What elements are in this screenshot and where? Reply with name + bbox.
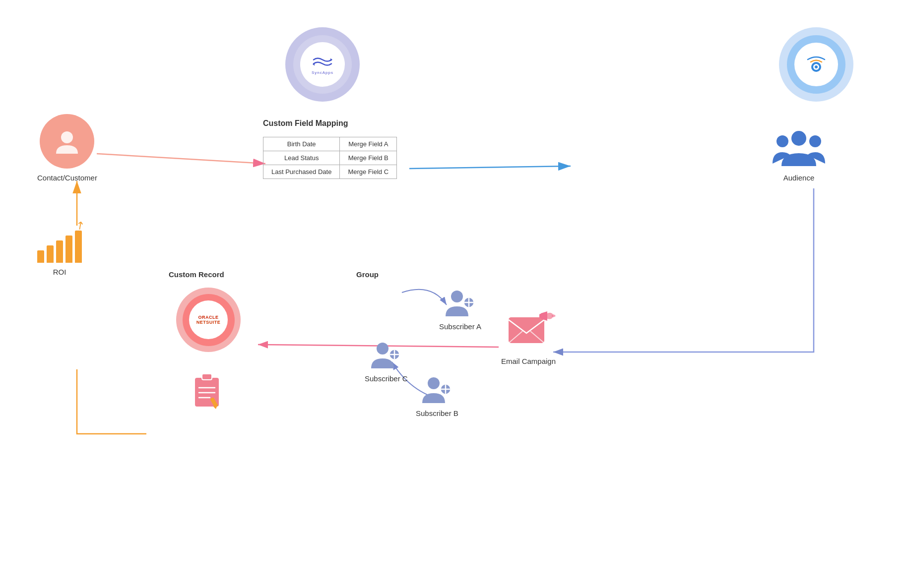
svg-point-22 — [776, 135, 788, 147]
table-row: Birth Date Merge Field A — [263, 137, 397, 151]
main-canvas: SyncApps — [0, 0, 905, 588]
oracle-text: ORACLE — [196, 315, 221, 320]
table-row: Last Purchased Date Merge Field C — [263, 165, 397, 179]
subscriber-a-label: Subscriber A — [439, 322, 481, 331]
roi-element: ↗ ROI — [37, 223, 82, 276]
table-cell-birth-date: Birth Date — [263, 137, 340, 151]
subscriber-c-icon — [369, 340, 403, 369]
table-row: Lead Status Merge Field B — [263, 151, 397, 165]
svg-point-25 — [451, 291, 463, 302]
contact-label: Contact/Customer — [37, 174, 97, 182]
subscriber-c: Subscriber C — [365, 340, 408, 383]
subscriber-b-icon — [420, 374, 454, 404]
group-label: Group — [356, 270, 379, 279]
roi-bar-3 — [56, 240, 63, 263]
table-cell-last-purchased: Last Purchased Date — [263, 165, 340, 179]
netsuite-text: NETSUITE — [196, 320, 221, 325]
custom-record: Custom Record — [169, 270, 224, 279]
subscriber-c-label: Subscriber C — [365, 374, 408, 383]
cfm-heading: Custom Field Mapping — [263, 119, 348, 128]
audience-element: Audience — [772, 126, 826, 182]
custom-field-mapping: Custom Field Mapping Birth Date Merge Fi… — [263, 119, 397, 179]
svg-marker-9 — [330, 58, 332, 61]
audience-icon — [772, 126, 826, 169]
email-campaign: Email Campaign — [501, 312, 556, 365]
syncapps-text: SyncApps — [312, 70, 333, 75]
svg-rect-40 — [539, 314, 542, 318]
subscriber-b: Subscriber B — [416, 374, 458, 417]
contact-customer: Contact/Customer — [37, 114, 97, 182]
mapping-table: Birth Date Merge Field A Lead Status Mer… — [263, 137, 397, 179]
svg-line-6 — [409, 166, 571, 169]
svg-point-14 — [61, 131, 73, 143]
contact-icon — [40, 114, 94, 169]
syncapps-logo: SyncApps — [285, 27, 360, 102]
svg-point-23 — [809, 135, 821, 147]
table-cell-merge-b: Merge Field B — [340, 151, 397, 165]
netsuite-logo: ORACLE NETSUITE — [176, 288, 241, 352]
svg-point-42 — [554, 315, 556, 317]
roi-bar-4 — [65, 235, 72, 263]
svg-point-24 — [791, 131, 806, 146]
netsuite-outer-ring: ORACLE NETSUITE — [176, 288, 241, 352]
table-cell-merge-a: Merge Field A — [340, 137, 397, 151]
table-cell-lead-status: Lead Status — [263, 151, 340, 165]
netsuite-inner-circle: ORACLE NETSUITE — [189, 300, 228, 339]
group-element: Group — [356, 270, 379, 279]
roi-label: ROI — [53, 268, 66, 276]
cm-icon — [803, 52, 830, 77]
roi-bar-1 — [37, 250, 44, 263]
clipboard-element — [191, 372, 223, 409]
clipboard-icon — [191, 372, 223, 409]
email-campaign-label: Email Campaign — [501, 357, 556, 365]
roi-bar-2 — [47, 245, 54, 263]
subscriber-a-icon — [443, 288, 478, 317]
subscriber-a: Subscriber A — [439, 288, 481, 331]
subscriber-b-label: Subscriber B — [416, 409, 458, 417]
svg-point-33 — [377, 343, 388, 354]
roi-bar-5 — [75, 231, 82, 263]
svg-point-13 — [815, 65, 818, 68]
custom-record-label: Custom Record — [169, 270, 224, 279]
svg-rect-16 — [202, 374, 212, 380]
table-cell-merge-c: Merge Field C — [340, 165, 397, 179]
mailchimp-logo — [779, 27, 853, 102]
audience-label: Audience — [783, 174, 815, 182]
netsuite-mid-ring: ORACLE NETSUITE — [183, 294, 235, 346]
megaphone-icon — [538, 307, 556, 327]
syncapps-icon: SyncApps — [312, 55, 333, 75]
svg-point-29 — [428, 377, 440, 389]
email-icon-container — [504, 312, 553, 352]
svg-line-5 — [97, 154, 265, 164]
